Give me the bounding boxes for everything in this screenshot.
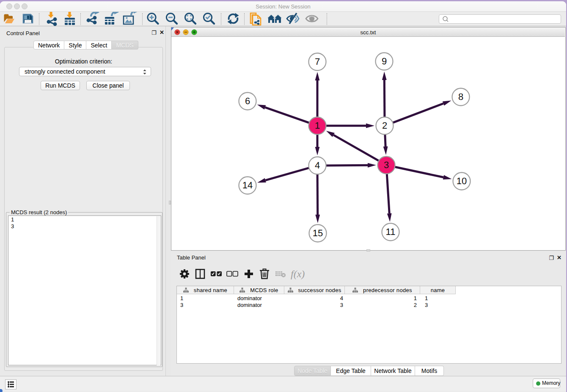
svg-text:f(x): f(x) xyxy=(291,268,305,279)
svg-text:7: 7 xyxy=(315,56,320,67)
svg-text:10: 10 xyxy=(457,176,467,186)
svg-text:2: 2 xyxy=(382,120,387,131)
svg-text:9: 9 xyxy=(382,56,387,66)
svg-text:11: 11 xyxy=(386,226,396,237)
svg-text:15: 15 xyxy=(313,228,323,238)
svg-text:4: 4 xyxy=(315,160,320,171)
svg-text:1: 1 xyxy=(315,120,320,131)
svg-text:3: 3 xyxy=(384,160,389,170)
svg-text:14: 14 xyxy=(242,180,253,190)
svg-text:8: 8 xyxy=(458,91,463,102)
svg-text:6: 6 xyxy=(245,96,250,106)
